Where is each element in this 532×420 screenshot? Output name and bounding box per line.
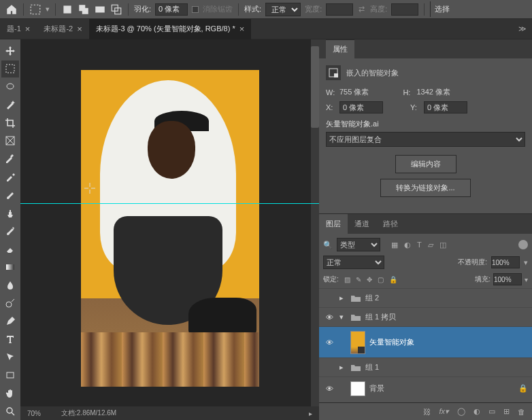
history-brush-tool[interactable]	[1, 222, 19, 240]
layer-comp-select[interactable]: 不应用图层复合	[326, 132, 525, 147]
selection-subtract-icon[interactable]	[94, 3, 106, 16]
tab-doc-1[interactable]: 题-1 ×	[0, 19, 37, 39]
clone-stamp-tool[interactable]	[1, 205, 19, 222]
move-tool[interactable]	[1, 42, 19, 60]
filter-shape-icon[interactable]: ▱	[428, 241, 433, 249]
visibility-icon[interactable]: 👁	[323, 385, 335, 393]
path-selection-tool[interactable]	[1, 349, 19, 366]
panel-toggle-icon[interactable]	[0, 39, 1, 60]
canvas-vertical-scrollbar[interactable]	[311, 39, 319, 420]
visibility-icon[interactable]: 👁	[323, 338, 335, 347]
layer-name[interactable]: 组 2	[365, 293, 528, 303]
zoom-level[interactable]: 70%	[27, 410, 41, 417]
lock-transparent-icon[interactable]: ▨	[344, 276, 350, 283]
h-value: 1342 像素	[416, 87, 450, 97]
guide-line[interactable]	[20, 203, 319, 204]
scrollbar-thumb[interactable]	[311, 46, 319, 128]
status-menu-icon[interactable]: ▸	[309, 410, 312, 417]
y-input[interactable]	[424, 101, 467, 113]
feather-input[interactable]	[155, 3, 188, 16]
filter-adjustment-icon[interactable]: ◐	[404, 241, 411, 249]
canvas-area[interactable]	[20, 39, 319, 420]
tab-doc-3[interactable]: 未标题-3 @ 70% (矢量智能对象, RGB/8) * ×	[89, 19, 252, 39]
home-icon[interactable]	[5, 3, 18, 16]
doc-info[interactable]: 文档:2.86M/12.6M	[61, 408, 116, 418]
crop-tool[interactable]	[1, 114, 19, 132]
selection-add-icon[interactable]	[78, 3, 90, 16]
filter-kind-select[interactable]: 类型	[337, 238, 380, 251]
layer-thumbnail[interactable]	[350, 331, 365, 354]
filter-toggle[interactable]	[518, 240, 528, 249]
brush-tool[interactable]	[1, 186, 19, 204]
zoom-tool[interactable]	[1, 403, 19, 420]
layer-row-group[interactable]: 👁 ▸ 组 1	[319, 357, 532, 377]
tab-paths[interactable]: 路径	[376, 214, 405, 234]
layer-name[interactable]: 组 1 拷贝	[365, 312, 528, 322]
fill-input[interactable]	[493, 273, 522, 285]
adjustment-icon[interactable]: ◐	[473, 407, 480, 416]
magic-wand-tool[interactable]	[1, 97, 19, 114]
delete-icon[interactable]: 🗑	[518, 408, 525, 416]
healing-brush-tool[interactable]	[1, 169, 19, 186]
select-menu[interactable]: 选择	[430, 1, 454, 17]
filter-pixel-icon[interactable]: ▦	[391, 241, 398, 249]
lasso-tool[interactable]	[1, 78, 19, 96]
layer-row-smart-object[interactable]: 👁 ▸ 矢量智能对象	[319, 326, 532, 357]
fx-icon[interactable]: fx▾	[439, 407, 449, 416]
x-input[interactable]	[339, 101, 383, 113]
twisty-icon[interactable]: ▸	[339, 363, 346, 372]
filter-smart-icon[interactable]: ◫	[439, 241, 446, 249]
dropdown-arrow[interactable]: ▾	[46, 5, 50, 14]
dropdown-icon[interactable]: ▾	[525, 276, 528, 283]
mask-icon[interactable]: ◯	[457, 407, 465, 416]
link-layers-icon[interactable]: ⛓	[423, 408, 431, 416]
filter-type-icon[interactable]: T	[417, 241, 422, 249]
lock-all-icon[interactable]: 🔒	[389, 276, 397, 283]
close-icon[interactable]: ×	[25, 24, 31, 34]
canvas[interactable]	[81, 70, 259, 387]
properties-tab[interactable]: 属性	[326, 39, 354, 58]
close-icon[interactable]: ×	[77, 24, 82, 34]
layer-name[interactable]: 矢量智能对象	[369, 337, 528, 347]
gradient-tool[interactable]	[1, 258, 19, 276]
dodge-tool[interactable]	[1, 294, 19, 312]
blur-tool[interactable]	[1, 277, 19, 294]
hand-tool[interactable]	[1, 385, 19, 402]
layer-name[interactable]: 背景	[369, 383, 514, 393]
convert-linked-button[interactable]: 转换为链接对象...	[380, 179, 470, 197]
layer-name[interactable]: 组 1	[365, 362, 528, 372]
marquee-icon[interactable]	[29, 3, 41, 16]
lock-artboard-icon[interactable]: ▢	[378, 276, 384, 283]
frame-tool[interactable]	[1, 133, 19, 150]
visibility-icon[interactable]: 👁	[323, 313, 335, 321]
twisty-icon[interactable]: ▾	[339, 313, 346, 321]
tab-overflow-icon[interactable]: ≫	[513, 24, 532, 33]
layer-row-group[interactable]: 👁 ▾ 组 1 拷贝	[319, 307, 532, 326]
marquee-tool[interactable]	[1, 60, 19, 78]
opacity-input[interactable]	[491, 256, 520, 268]
eraser-tool[interactable]	[1, 241, 19, 258]
close-icon[interactable]: ×	[239, 24, 245, 34]
lock-pixels-icon[interactable]: ✎	[356, 276, 361, 283]
lock-position-icon[interactable]: ✥	[367, 276, 372, 283]
selection-new-icon[interactable]	[61, 3, 73, 16]
layer-row-background[interactable]: 👁 ▸ 背景 🔒	[319, 377, 532, 400]
tab-doc-2[interactable]: 未标题-2 ×	[37, 19, 88, 39]
twisty-icon[interactable]: ▸	[339, 294, 346, 302]
tab-layers[interactable]: 图层	[319, 214, 348, 234]
selection-intersect-icon[interactable]	[110, 3, 122, 16]
eyedropper-tool[interactable]	[1, 150, 19, 168]
style-select[interactable]: 正常	[265, 3, 301, 16]
new-layer-icon[interactable]: ⊞	[503, 407, 510, 416]
search-icon[interactable]: 🔍	[323, 241, 333, 249]
group-icon[interactable]: ▭	[488, 407, 495, 416]
tab-channels[interactable]: 通道	[348, 214, 376, 234]
pen-tool[interactable]	[1, 313, 19, 330]
blend-mode-select[interactable]: 正常	[323, 256, 384, 269]
edit-contents-button[interactable]: 编辑内容	[395, 155, 456, 173]
dropdown-icon[interactable]: ▾	[524, 258, 528, 267]
type-tool[interactable]	[1, 331, 19, 349]
layer-row-group[interactable]: 👁 ▸ 组 2	[319, 288, 532, 307]
rectangle-tool[interactable]	[1, 367, 19, 385]
layer-thumbnail[interactable]	[350, 381, 365, 396]
